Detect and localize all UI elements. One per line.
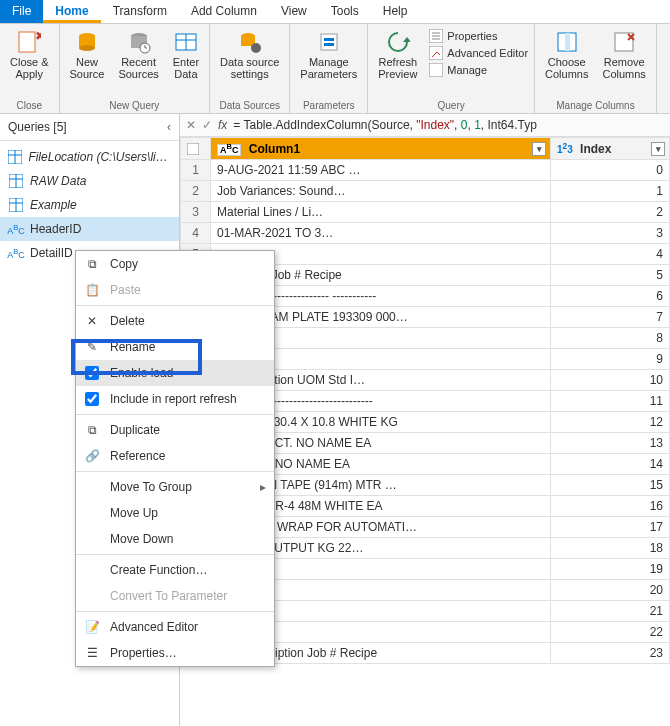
ribbon-group-datasources-label: Data Sources xyxy=(214,98,285,113)
cell-index[interactable]: 2 xyxy=(551,202,670,223)
gear-db-icon xyxy=(238,30,262,54)
close-apply-icon: ✖ xyxy=(17,30,41,54)
menu-tab-view[interactable]: View xyxy=(269,0,319,23)
table-row[interactable]: 2Job Variances: Sound…1 xyxy=(181,181,670,202)
svg-rect-22 xyxy=(429,63,443,77)
cell-index[interactable]: 20 xyxy=(551,580,670,601)
cell-index[interactable]: 17 xyxy=(551,517,670,538)
cell-index[interactable]: 16 xyxy=(551,496,670,517)
ctx-move-up[interactable]: Move Up xyxy=(76,500,274,526)
cell-index[interactable]: 11 xyxy=(551,391,670,412)
menu-file[interactable]: File xyxy=(0,0,43,23)
cell-index[interactable]: 1 xyxy=(551,181,670,202)
ctx-duplicate[interactable]: ⧉ Duplicate xyxy=(76,417,274,443)
cell-index[interactable]: 8 xyxy=(551,328,670,349)
new-source-button[interactable]: New Source xyxy=(64,28,111,82)
cell-index[interactable]: 15 xyxy=(551,475,670,496)
data-source-settings-button[interactable]: Data source settings xyxy=(214,28,285,82)
check-formula-icon[interactable]: ✓ xyxy=(202,118,212,132)
delete-icon: ✕ xyxy=(84,313,100,329)
column-header-1[interactable]: ABC Column1 ▾ xyxy=(211,138,551,160)
table-row[interactable]: 3Material Lines / Li…2 xyxy=(181,202,670,223)
ctx-reference[interactable]: 🔗 Reference xyxy=(76,443,274,469)
query-item[interactable]: RAW Data xyxy=(0,169,179,193)
menu-bar: File Home Transform Add Column View Tool… xyxy=(0,0,670,24)
properties-button[interactable]: Properties xyxy=(427,28,530,44)
query-item[interactable]: Example xyxy=(0,193,179,217)
menu-tab-transform[interactable]: Transform xyxy=(101,0,179,23)
cell-col1[interactable]: Material Lines / Li… xyxy=(211,202,551,223)
collapse-icon[interactable]: ‹ xyxy=(167,120,171,134)
cell-index[interactable]: 18 xyxy=(551,538,670,559)
column-filter-icon[interactable]: ▾ xyxy=(532,142,546,156)
menu-tab-home[interactable]: Home xyxy=(43,0,100,23)
remove-columns-button[interactable]: Remove Columns xyxy=(596,28,651,82)
cell-index[interactable]: 23 xyxy=(551,643,670,664)
row-number[interactable]: 4 xyxy=(181,223,211,244)
close-formula-icon[interactable]: ✕ xyxy=(186,118,196,132)
cell-index[interactable]: 14 xyxy=(551,454,670,475)
table-row[interactable]: 401-MAR-2021 TO 3…3 xyxy=(181,223,670,244)
ctx-include-refresh[interactable]: Include in report refresh xyxy=(76,386,274,412)
ctx-copy[interactable]: ⧉ Copy xyxy=(76,251,274,277)
query-item[interactable]: FileLocation (C:\Users\lisde… xyxy=(0,145,179,169)
ribbon-group-query-label: Query xyxy=(372,98,530,113)
ctx-rename[interactable]: ✎ Rename xyxy=(76,334,274,360)
refresh-preview-button[interactable]: Refresh Preview xyxy=(372,28,423,82)
cell-index[interactable]: 12 xyxy=(551,412,670,433)
ctx-properties[interactable]: ☰ Properties… xyxy=(76,640,274,666)
close-apply-button[interactable]: ✖ Close & Apply xyxy=(4,28,55,82)
abc-icon: ABC xyxy=(8,221,24,237)
cell-index[interactable]: 5 xyxy=(551,265,670,286)
cell-index[interactable]: 7 xyxy=(551,307,670,328)
corner-cell[interactable] xyxy=(181,138,211,160)
cell-index[interactable]: 4 xyxy=(551,244,670,265)
checkbox-icon xyxy=(84,391,100,407)
query-item-label: HeaderID xyxy=(30,222,81,236)
table-icon xyxy=(8,173,24,189)
menu-tab-help[interactable]: Help xyxy=(371,0,420,23)
cell-index[interactable]: 21 xyxy=(551,601,670,622)
cell-col1[interactable]: 01-MAR-2021 TO 3… xyxy=(211,223,551,244)
table-row[interactable]: 19-AUG-2021 11:59 ABC …0 xyxy=(181,160,670,181)
refresh-icon xyxy=(386,30,410,54)
menu-tab-tools[interactable]: Tools xyxy=(319,0,371,23)
ctx-advanced-editor[interactable]: 📝 Advanced Editor xyxy=(76,614,274,640)
query-item-label: DetailID xyxy=(30,246,73,260)
rename-icon: ✎ xyxy=(84,339,100,355)
enter-data-button[interactable]: Enter Data xyxy=(167,28,205,82)
ctx-create-function[interactable]: Create Function… xyxy=(76,557,274,583)
ctx-move-down[interactable]: Move Down xyxy=(76,526,274,552)
ctx-delete[interactable]: ✕ Delete xyxy=(76,308,274,334)
ctx-enable-load[interactable]: Enable load xyxy=(76,360,274,386)
cell-col1[interactable]: 9-AUG-2021 11:59 ABC … xyxy=(211,160,551,181)
row-number[interactable]: 2 xyxy=(181,181,211,202)
svg-point-13 xyxy=(251,43,261,53)
cell-index[interactable]: 22 xyxy=(551,622,670,643)
choose-columns-button[interactable]: Choose Columns xyxy=(539,28,594,82)
menu-tab-addcolumn[interactable]: Add Column xyxy=(179,0,269,23)
cell-index[interactable]: 3 xyxy=(551,223,670,244)
ctx-paste: 📋 Paste xyxy=(76,277,274,303)
row-number[interactable]: 1 xyxy=(181,160,211,181)
manage-parameters-button[interactable]: Manage Parameters xyxy=(294,28,363,82)
cell-index[interactable]: 9 xyxy=(551,349,670,370)
cell-index[interactable]: 0 xyxy=(551,160,670,181)
recent-sources-button[interactable]: Recent Sources xyxy=(112,28,164,82)
row-number[interactable]: 3 xyxy=(181,202,211,223)
fx-icon[interactable]: fx xyxy=(218,118,227,132)
column-header-2[interactable]: 123 Index ▾ xyxy=(551,138,670,160)
formula-bar[interactable]: ✕ ✓ fx = Table.AddIndexColumn(Source, "I… xyxy=(180,114,670,137)
ctx-move-group[interactable]: Move To Group ▸ xyxy=(76,474,274,500)
cell-index[interactable]: 6 xyxy=(551,286,670,307)
cell-col1[interactable]: Job Variances: Sound… xyxy=(211,181,551,202)
query-item[interactable]: ABCHeaderID xyxy=(0,217,179,241)
context-menu: ⧉ Copy 📋 Paste ✕ Delete ✎ Rename Enable … xyxy=(75,250,275,667)
cell-index[interactable]: 10 xyxy=(551,370,670,391)
cell-index[interactable]: 19 xyxy=(551,559,670,580)
cell-index[interactable]: 13 xyxy=(551,433,670,454)
column-filter-icon[interactable]: ▾ xyxy=(651,142,665,156)
query-item-label: RAW Data xyxy=(30,174,86,188)
manage-button[interactable]: Manage xyxy=(427,62,530,78)
advanced-editor-button[interactable]: Advanced Editor xyxy=(427,45,530,61)
